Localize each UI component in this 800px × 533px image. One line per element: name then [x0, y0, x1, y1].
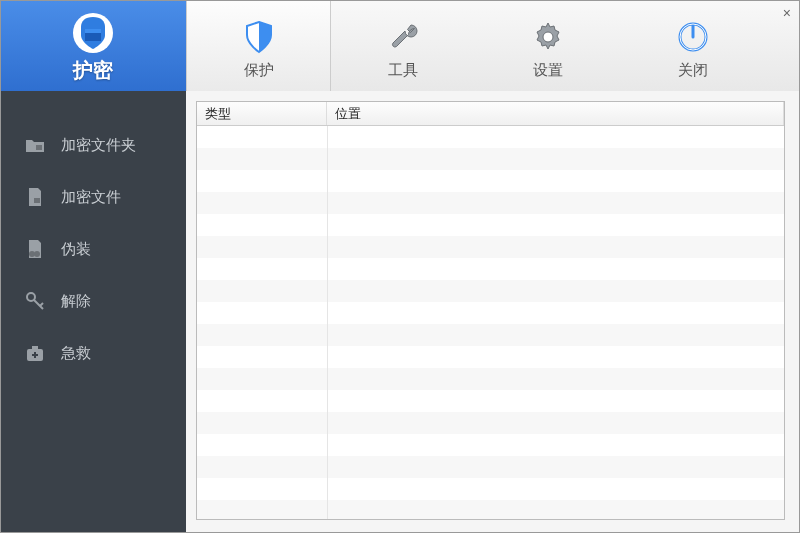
top-toolbar: × 护密 保护 工具: [1, 1, 799, 91]
svg-point-11: [34, 251, 40, 257]
close-icon[interactable]: ×: [783, 5, 791, 21]
tab-primary-label: 护密: [73, 57, 113, 84]
svg-rect-16: [32, 346, 38, 350]
tab-settings[interactable]: 设置: [476, 1, 621, 91]
sidebar-item-label: 加密文件: [61, 188, 121, 207]
svg-line-14: [40, 303, 43, 306]
sidebar-item-disguise[interactable]: 伪装: [1, 223, 186, 275]
table-body: [197, 126, 784, 519]
tab-protect-label: 保护: [244, 61, 274, 80]
sidebar-item-label: 加密文件夹: [61, 136, 136, 155]
sidebar-item-label: 急救: [61, 344, 91, 363]
gear-icon: [530, 13, 566, 61]
tab-tools-label: 工具: [388, 61, 418, 80]
tab-close[interactable]: 关闭: [621, 1, 766, 91]
svg-rect-18: [32, 354, 38, 356]
body-area: 加密文件夹 加密文件 伪装 解除 急救: [1, 91, 799, 533]
folder-lock-icon: [23, 133, 47, 157]
sidebar-item-encrypt-file[interactable]: 加密文件: [1, 171, 186, 223]
sidebar-item-rescue[interactable]: 急救: [1, 327, 186, 379]
tab-primary-humi[interactable]: 护密: [1, 1, 186, 91]
shield-icon: [241, 13, 277, 61]
firstaid-icon: [23, 341, 47, 365]
app-logo-icon: [71, 9, 115, 57]
key-icon: [23, 289, 47, 313]
content-area: 类型 位置: [186, 91, 799, 533]
svg-rect-2: [85, 29, 101, 33]
svg-point-12: [27, 293, 35, 301]
file-lock-icon: [23, 185, 47, 209]
power-icon: [675, 13, 711, 61]
sidebar-item-encrypt-folder[interactable]: 加密文件夹: [1, 119, 186, 171]
svg-rect-9: [34, 198, 40, 203]
tab-tools[interactable]: 工具: [331, 1, 476, 91]
svg-rect-8: [36, 145, 42, 150]
tab-close-label: 关闭: [678, 61, 708, 80]
sidebar-item-label: 伪装: [61, 240, 91, 259]
sidebar-item-label: 解除: [61, 292, 91, 311]
data-table: 类型 位置: [196, 101, 785, 520]
mask-icon: [23, 237, 47, 261]
sidebar: 加密文件夹 加密文件 伪装 解除 急救: [1, 91, 186, 533]
sidebar-item-remove[interactable]: 解除: [1, 275, 186, 327]
tab-protect[interactable]: 保护: [186, 1, 331, 91]
table-header: 类型 位置: [197, 102, 784, 126]
column-header-location[interactable]: 位置: [327, 102, 784, 125]
svg-point-4: [543, 32, 553, 42]
tab-settings-label: 设置: [533, 61, 563, 80]
wrench-icon: [385, 13, 421, 61]
column-header-type[interactable]: 类型: [197, 102, 327, 125]
